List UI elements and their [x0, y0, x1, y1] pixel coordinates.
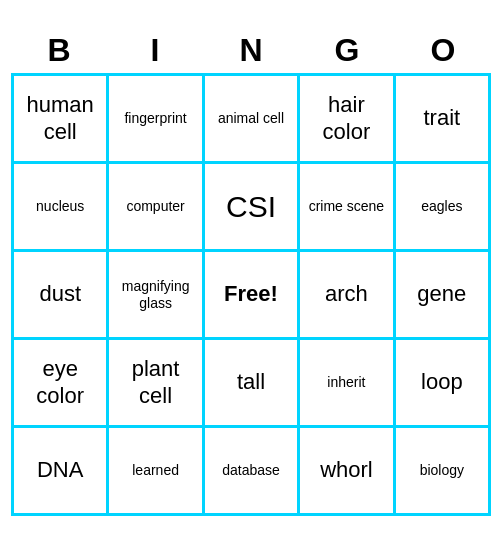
bingo-header: BINGO	[11, 28, 491, 73]
bingo-grid: human cellfingerprintanimal cellhair col…	[11, 73, 491, 516]
bingo-cell[interactable]: CSI	[205, 164, 300, 252]
bingo-cell[interactable]: magnifying glass	[109, 252, 204, 340]
bingo-cell[interactable]: fingerprint	[109, 76, 204, 164]
bingo-cell[interactable]: DNA	[14, 428, 109, 516]
header-letter: G	[299, 28, 395, 73]
bingo-card: BINGO human cellfingerprintanimal cellha…	[11, 28, 491, 516]
bingo-cell[interactable]: arch	[300, 252, 395, 340]
bingo-cell[interactable]: computer	[109, 164, 204, 252]
header-letter: B	[11, 28, 107, 73]
bingo-row: human cellfingerprintanimal cellhair col…	[14, 76, 491, 164]
bingo-cell[interactable]: whorl	[300, 428, 395, 516]
bingo-cell[interactable]: Free!	[205, 252, 300, 340]
bingo-cell[interactable]: human cell	[14, 76, 109, 164]
bingo-row: dustmagnifying glassFree!archgene	[14, 252, 491, 340]
bingo-cell[interactable]: eye color	[14, 340, 109, 428]
header-letter: I	[107, 28, 203, 73]
bingo-cell[interactable]: hair color	[300, 76, 395, 164]
bingo-row: DNAlearneddatabasewhorlbiology	[14, 428, 491, 516]
bingo-cell[interactable]: nucleus	[14, 164, 109, 252]
header-letter: O	[395, 28, 491, 73]
bingo-cell[interactable]: loop	[396, 340, 491, 428]
bingo-cell[interactable]: trait	[396, 76, 491, 164]
bingo-row: eye colorplant celltallinheritloop	[14, 340, 491, 428]
bingo-cell[interactable]: tall	[205, 340, 300, 428]
bingo-cell[interactable]: animal cell	[205, 76, 300, 164]
bingo-cell[interactable]: plant cell	[109, 340, 204, 428]
bingo-cell[interactable]: biology	[396, 428, 491, 516]
bingo-cell[interactable]: database	[205, 428, 300, 516]
bingo-cell[interactable]: eagles	[396, 164, 491, 252]
header-letter: N	[203, 28, 299, 73]
bingo-cell[interactable]: crime scene	[300, 164, 395, 252]
bingo-cell[interactable]: dust	[14, 252, 109, 340]
bingo-cell[interactable]: inherit	[300, 340, 395, 428]
bingo-cell[interactable]: gene	[396, 252, 491, 340]
bingo-cell[interactable]: learned	[109, 428, 204, 516]
bingo-row: nucleuscomputerCSIcrime sceneeagles	[14, 164, 491, 252]
